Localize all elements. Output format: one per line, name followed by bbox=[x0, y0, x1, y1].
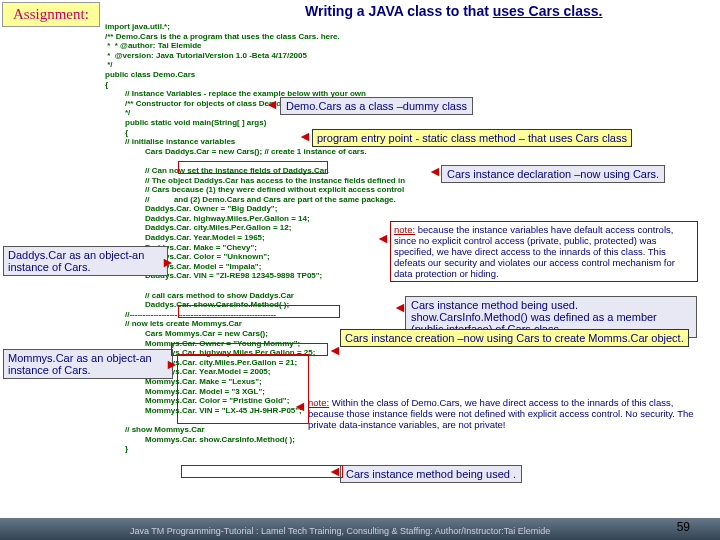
note-text: Within the class of Demo.Cars, we have d… bbox=[308, 397, 694, 430]
note-label: note: bbox=[308, 397, 329, 408]
arrow-icon: ◄ bbox=[328, 463, 342, 479]
arrow-icon: ◄ bbox=[265, 96, 279, 112]
note-access-2: note: Within the class of Demo.Cars, we … bbox=[305, 395, 701, 432]
arrow-icon: ◄ bbox=[298, 128, 312, 144]
footer-text: Java TM Programming-Tutorial : Lamel Tec… bbox=[130, 526, 550, 536]
arrow-icon: ◄ bbox=[293, 398, 307, 414]
highlight-box bbox=[171, 343, 328, 356]
slide-title: Writing a JAVA class to that uses Cars c… bbox=[305, 3, 603, 19]
title-underline: uses Cars class. bbox=[493, 3, 603, 19]
annotation-democars-class: Demo.Cars as a class –dummy class bbox=[280, 97, 473, 115]
note-access-1: note: because the instance variables hav… bbox=[390, 221, 698, 282]
annotation-instance-declaration: Cars instance declaration –now using Car… bbox=[441, 165, 665, 183]
note-label: note: bbox=[394, 224, 415, 235]
label-daddys-car: Daddys.Car as an object-an instance of C… bbox=[3, 246, 168, 276]
annotation-instance-method-2: Cars instance method being used . bbox=[340, 465, 522, 483]
arrow-icon: ◄ bbox=[376, 230, 390, 246]
arrow-icon: ◄ bbox=[393, 299, 407, 315]
note-text: because the instance variables have defa… bbox=[394, 224, 675, 279]
annotation-entry-point: program entry point - static class metho… bbox=[312, 129, 632, 147]
highlight-box bbox=[177, 354, 309, 424]
highlight-box bbox=[178, 161, 328, 174]
arrow-icon: ◄ bbox=[328, 342, 342, 358]
highlight-box bbox=[181, 465, 343, 478]
arrow-icon: ◄ bbox=[428, 163, 442, 179]
arrow-icon: ► bbox=[165, 356, 179, 372]
highlight-box bbox=[178, 305, 340, 318]
title-pre: Writing a JAVA class to that bbox=[305, 3, 493, 19]
label-mommys-car: Mommys.Car as an object-an instance of C… bbox=[3, 349, 173, 379]
annotation-instance-creation: Cars instance creation –now using Cars t… bbox=[340, 329, 689, 347]
assignment-label: Assignment: bbox=[2, 2, 100, 27]
page-number: 59 bbox=[677, 520, 690, 534]
arrow-icon: ► bbox=[161, 254, 175, 270]
